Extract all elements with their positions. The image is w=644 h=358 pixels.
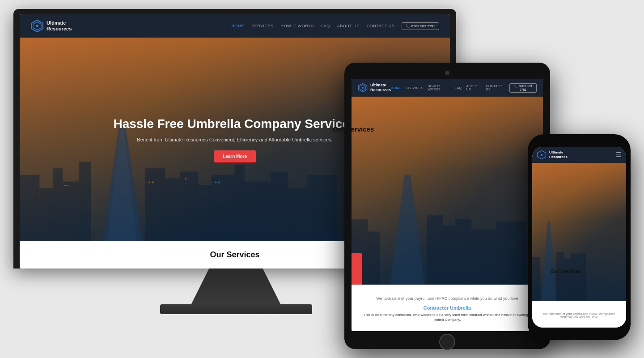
tablet-logo-icon: [358, 83, 368, 93]
phone-nav: Ultimate Resources ☰: [532, 147, 626, 163]
tablet-nav-home[interactable]: HOME: [391, 86, 401, 90]
svg-rect-6: [63, 182, 79, 241]
tablet-services-title: Our Services: [352, 125, 456, 331]
phone-frame: Ultimate Resources ☰: [528, 134, 631, 340]
phone-website: Ultimate Resources ☰: [532, 147, 626, 328]
svg-rect-4: [39, 188, 53, 241]
tablet-phone-button[interactable]: 📞 0203 903 2791: [509, 83, 537, 93]
desktop-learn-more-button[interactable]: Learn More: [214, 150, 256, 162]
phone-services: Our Services We take care of your payrol…: [532, 301, 626, 328]
svg-rect-5: [53, 168, 63, 241]
svg-rect-25: [215, 182, 216, 183]
svg-rect-20: [64, 185, 66, 186]
tablet-logo-text: Ultimate Resources: [370, 83, 391, 93]
svg-rect-14: [212, 175, 235, 241]
svg-point-2: [36, 25, 38, 27]
logo-icon: [30, 19, 44, 33]
phone-logo-icon: [537, 150, 547, 160]
tablet-nav-how-it-works[interactable]: HOW IT WORKS: [428, 85, 450, 91]
svg-rect-12: [180, 172, 199, 241]
svg-rect-13: [198, 185, 212, 241]
svg-point-40: [541, 154, 542, 156]
svg-rect-21: [67, 185, 68, 186]
desktop-logo-text: Ultimate Resources: [47, 20, 72, 32]
tablet-logo: Ultimate Resources: [358, 83, 391, 93]
scene: Ultimate Resources HOME SERVICES HOW IT …: [0, 0, 644, 358]
nav-home[interactable]: HOME: [231, 24, 244, 28]
nav-faq[interactable]: FAQ: [321, 24, 330, 28]
tablet-nav-services[interactable]: SERVICES: [406, 86, 423, 90]
svg-rect-23: [152, 182, 154, 183]
svg-rect-26: [218, 182, 220, 183]
svg-rect-10: [145, 168, 165, 241]
svg-rect-24: [185, 179, 186, 180]
phone-screen: Ultimate Resources ☰: [532, 147, 626, 328]
nav-services[interactable]: SERVICES: [251, 24, 273, 28]
tablet-camera: [445, 71, 449, 75]
nav-how-it-works[interactable]: HOW IT WORKS: [281, 24, 314, 28]
desktop-nav: Ultimate Resources HOME SERVICES HOW IT …: [20, 14, 450, 38]
svg-rect-7: [79, 162, 91, 241]
tablet-nav-links: HOME SERVICES HOW IT WORKS FAQ ABOUT US …: [391, 83, 537, 93]
phone-services-title: Our Services: [532, 268, 617, 328]
phone-device: Ultimate Resources ☰: [528, 134, 631, 340]
desktop-nav-links: HOME SERVICES HOW IT WORKS FAQ ABOUT US …: [231, 22, 439, 30]
nav-about-us[interactable]: ABOUT US: [337, 24, 360, 28]
tablet-nav-about-us[interactable]: ABOUT US: [466, 85, 482, 91]
svg-rect-22: [148, 182, 150, 183]
nav-contact-us[interactable]: CONTACT US: [367, 24, 395, 28]
phone-logo-text: Ultimate Resources: [549, 150, 568, 159]
tablet-nav: Ultimate Resources HOME SERVICES HOW IT …: [352, 79, 543, 97]
tablet-nav-faq[interactable]: FAQ: [455, 86, 462, 90]
svg-rect-11: [165, 179, 180, 241]
svg-rect-35: [455, 219, 471, 284]
svg-rect-36: [471, 230, 496, 285]
desktop-logo: Ultimate Resources: [30, 19, 72, 33]
tablet-nav-contact-us[interactable]: CONTACT US: [486, 85, 504, 91]
svg-rect-15: [235, 165, 245, 241]
nav-phone-button[interactable]: 📞 0203 903 2791: [402, 22, 439, 30]
svg-point-29: [362, 87, 364, 89]
hamburger-icon[interactable]: ☰: [616, 151, 622, 158]
svg-rect-3: [20, 175, 39, 241]
phone-notch: [561, 141, 597, 145]
phone-logo: Ultimate Resources: [537, 150, 568, 160]
